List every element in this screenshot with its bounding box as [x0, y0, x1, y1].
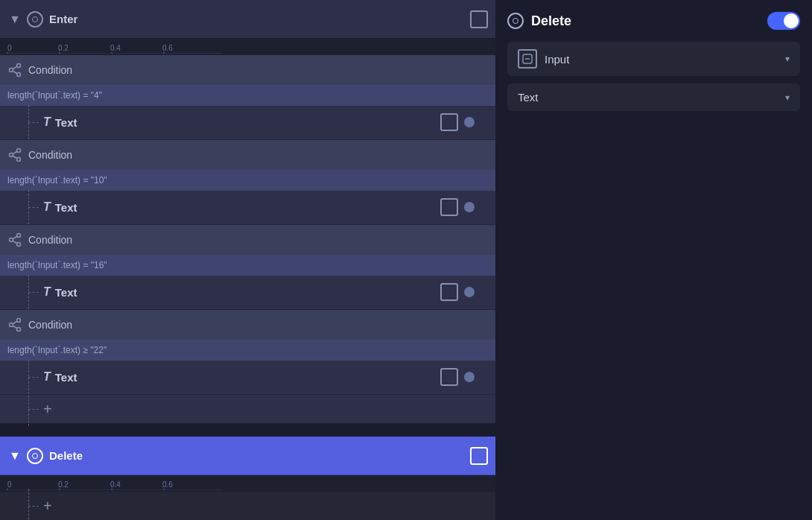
- add-inner-row[interactable]: +: [0, 492, 495, 520]
- right-panel: Delete Input ▾ Text ▾: [495, 0, 812, 520]
- enter-square-btn[interactable]: [470, 10, 488, 28]
- right-title: Delete: [531, 13, 767, 29]
- svg-line-17: [13, 151, 17, 153]
- indent-2: [21, 190, 43, 224]
- enter-chevron[interactable]: ▼: [7, 12, 22, 27]
- svg-point-25: [17, 318, 21, 322]
- ruler-svg-1: 0 0.2 0.4 0.6: [6, 40, 222, 54]
- text-row-3[interactable]: T Text: [0, 276, 495, 310]
- text-icon-4: T: [43, 370, 51, 384]
- text-label-4: Text: [55, 371, 440, 384]
- ruler-2: 0 0.2 0.4 0.6: [0, 475, 495, 492]
- svg-text:0.2: 0.2: [58, 44, 69, 52]
- section-divider: [0, 423, 495, 437]
- condition-row-4[interactable]: Condition: [0, 310, 495, 340]
- text-dropdown[interactable]: Text ▾: [507, 83, 800, 111]
- add-row[interactable]: +: [0, 395, 495, 423]
- right-header: Delete: [507, 12, 800, 30]
- text-row-4[interactable]: T Text: [0, 361, 495, 395]
- svg-line-27: [13, 321, 17, 323]
- condition-bar-1: length(`Input`.text) = "4": [0, 85, 495, 106]
- condition-expr-4: length(`Input`.text) ≥ "22": [7, 345, 107, 355]
- enter-row[interactable]: ▼ Enter: [0, 0, 495, 39]
- condition-row-1[interactable]: Condition: [0, 55, 495, 85]
- share-icon-3: [7, 232, 22, 247]
- input-dropdown-icon: [518, 49, 537, 69]
- text-icon-3: T: [43, 285, 51, 299]
- text-square-btn-3[interactable]: [440, 283, 458, 301]
- svg-text:0.6: 0.6: [162, 44, 173, 52]
- svg-point-14: [10, 153, 13, 156]
- svg-line-22: [13, 236, 17, 238]
- enter-target-icon: [27, 11, 43, 28]
- condition-label-4: Condition: [28, 319, 72, 331]
- condition-row-2[interactable]: Condition: [0, 140, 495, 170]
- svg-text:0: 0: [7, 481, 12, 489]
- delete-chevron[interactable]: ▼: [7, 448, 22, 463]
- svg-text:0.2: 0.2: [58, 481, 69, 489]
- right-target-icon: [507, 13, 524, 29]
- svg-line-23: [13, 241, 17, 243]
- left-panel: ▼ Enter 0 0.2 0.4 0.6 Conditi: [0, 0, 495, 520]
- delete-toggle[interactable]: [767, 12, 800, 30]
- share-icon-1: [7, 63, 22, 77]
- text-label-2: Text: [55, 201, 440, 214]
- svg-point-11: [17, 73, 21, 77]
- condition-expr-3: length(`Input`.text) = "16": [7, 260, 107, 270]
- svg-line-12: [13, 67, 17, 69]
- delete-target-icon: [27, 448, 43, 464]
- svg-line-18: [13, 156, 17, 158]
- circle-dot-1: [464, 117, 475, 127]
- text-square-btn-1[interactable]: [440, 113, 458, 131]
- share-icon-4: [7, 317, 22, 332]
- svg-point-24: [10, 323, 13, 326]
- share-icon-2: [7, 148, 22, 162]
- indent-add: [21, 392, 43, 426]
- svg-text:0: 0: [7, 44, 12, 52]
- ruler-1: 0 0.2 0.4 0.6: [0, 39, 495, 55]
- add-inner-button[interactable]: +: [43, 498, 52, 513]
- svg-point-10: [17, 64, 21, 68]
- svg-text:0.4: 0.4: [110, 481, 121, 489]
- text-label-1: Text: [55, 116, 440, 129]
- svg-line-13: [13, 72, 17, 74]
- text-square-btn-2[interactable]: [440, 198, 458, 216]
- svg-text:0.6: 0.6: [162, 481, 173, 489]
- add-button[interactable]: +: [43, 402, 52, 416]
- condition-row-3[interactable]: Condition: [0, 225, 495, 255]
- input-dropdown[interactable]: Input ▾: [507, 42, 800, 76]
- text-row-1[interactable]: T Text: [0, 106, 495, 140]
- delete-row[interactable]: ▼ Delete: [0, 437, 495, 475]
- toggle-knob: [784, 13, 799, 28]
- text-square-btn-4[interactable]: [440, 368, 458, 386]
- text-dropdown-label: Text: [518, 91, 785, 104]
- condition-label-1: Condition: [28, 64, 72, 76]
- condition-expr-2: length(`Input`.text) = "10": [7, 175, 107, 186]
- condition-bar-4: length(`Input`.text) ≥ "22": [0, 340, 495, 361]
- text-icon-2: T: [43, 200, 51, 214]
- svg-point-15: [17, 148, 21, 152]
- input-dropdown-arrow[interactable]: ▾: [785, 54, 790, 64]
- svg-line-28: [13, 326, 17, 328]
- svg-point-21: [17, 242, 21, 246]
- condition-label-2: Condition: [28, 149, 72, 161]
- circle-dot-3: [464, 287, 475, 297]
- svg-point-16: [17, 157, 21, 161]
- condition-bar-2: length(`Input`.text) = "10": [0, 170, 495, 191]
- text-row-2[interactable]: T Text: [0, 191, 495, 225]
- text-dropdown-arrow[interactable]: ▾: [785, 92, 790, 103]
- indent-1: [21, 105, 43, 139]
- svg-point-26: [17, 327, 21, 331]
- indent-3: [21, 275, 43, 309]
- svg-point-20: [17, 233, 21, 237]
- delete-label: Delete: [49, 449, 470, 462]
- circle-dot-4: [464, 372, 475, 382]
- input-dropdown-label: Input: [545, 53, 785, 66]
- indent-4: [21, 360, 43, 394]
- text-icon-1: T: [43, 115, 51, 129]
- circle-dot-2: [464, 202, 475, 212]
- indent-inner-add: [21, 489, 43, 520]
- text-label-3: Text: [55, 286, 440, 299]
- svg-point-9: [10, 69, 13, 72]
- delete-square-btn[interactable]: [470, 447, 488, 465]
